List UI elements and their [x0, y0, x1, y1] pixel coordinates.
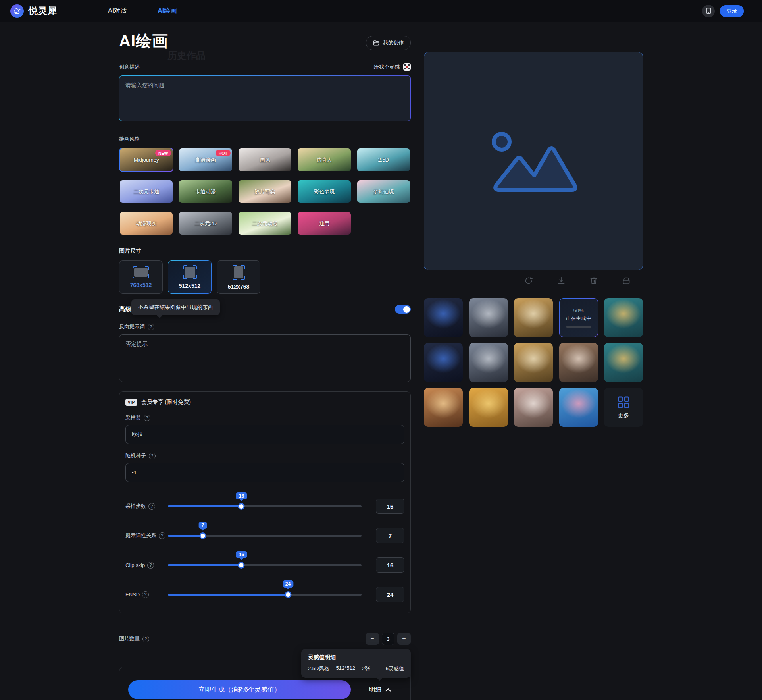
cost-value: 6灵感值: [386, 665, 404, 672]
download-icon[interactable]: [556, 276, 566, 285]
quantity-minus-button[interactable]: −: [366, 633, 379, 645]
folder-icon: [373, 40, 379, 46]
login-button[interactable]: 登录: [720, 5, 744, 17]
seed-label-row: 随机种子 ?: [125, 452, 404, 459]
archive-icon[interactable]: [622, 276, 631, 285]
style-card[interactable]: 二次元2D: [178, 211, 233, 235]
size-option[interactable]: 512x512: [168, 260, 212, 294]
result-thumbnail-cartoon-pink-hair-girl[interactable]: [559, 388, 598, 427]
style-card[interactable]: Midjourney NEW: [119, 148, 173, 172]
help-icon[interactable]: ?: [147, 562, 154, 569]
result-thumbnail-silver-robot-woman[interactable]: [469, 298, 508, 337]
result-thumbnail-golden-dunhuang-dancer-2[interactable]: [604, 343, 643, 382]
mobile-app-button[interactable]: [702, 5, 715, 17]
result-thumbnail-two-girls-laughing[interactable]: [424, 388, 463, 427]
nav-tab-ai-chat[interactable]: AI对话: [108, 7, 127, 15]
help-icon[interactable]: ?: [144, 415, 150, 421]
quantity-plus-button[interactable]: +: [397, 633, 411, 645]
inspire-me-button[interactable]: 给我个灵感: [374, 63, 411, 71]
slider-value-box[interactable]: 7: [376, 528, 404, 543]
slider-track[interactable]: 24: [168, 591, 362, 598]
seed-input[interactable]: -1: [125, 463, 404, 482]
style-card[interactable]: 动漫现实: [119, 211, 173, 235]
style-card[interactable]: 梦幻仙境: [356, 179, 411, 204]
refresh-icon[interactable]: [524, 276, 533, 285]
slider-value-box[interactable]: 24: [376, 587, 404, 602]
sampler-label: 采样器: [125, 414, 141, 421]
slider-label: ENSD: [125, 592, 140, 598]
toggle-knob: [403, 306, 410, 313]
slider-track[interactable]: 16: [168, 561, 362, 569]
slider-list: 采样步数 ? 16 16 提示词性关系 ? 7 7 Clip skip ?: [125, 499, 404, 602]
inspire-label: 给我个灵感: [374, 64, 400, 71]
result-thumbnail-golden-dunhuang-dancer[interactable]: [604, 298, 643, 337]
quantity-row: 图片数量 ? − 3 +: [119, 633, 411, 645]
advanced-row: 高级 不希望在结果图像中出现的东西: [119, 305, 411, 314]
generating-thumbnail[interactable]: 50% 正在生成中: [559, 298, 598, 337]
style-card[interactable]: 高清绘画 HOT: [178, 148, 233, 172]
size-option[interactable]: 768x512: [119, 260, 163, 294]
detail-toggle[interactable]: 明细: [369, 686, 391, 694]
slider-thumb[interactable]: [238, 503, 245, 510]
slider-thumb[interactable]: [238, 562, 245, 569]
help-icon[interactable]: ?: [149, 453, 156, 459]
generating-progress-bar: [566, 326, 591, 328]
style-card-label: 动漫现实: [120, 212, 173, 235]
my-works-button[interactable]: 我的创作: [366, 36, 411, 50]
generate-bar: 灵感值明细 2.5D风格 512*512 2张 6灵感值 立即生成（消耗6个灵感…: [119, 667, 411, 700]
nav-tab-ai-paint[interactable]: AI绘画: [158, 7, 177, 15]
more-results-button[interactable]: 更多: [604, 388, 643, 427]
style-card[interactable]: 国风: [238, 148, 292, 172]
style-card[interactable]: 通用: [297, 211, 351, 235]
prompt-input[interactable]: [119, 75, 411, 121]
result-thumbnail-silver-robot-woman-2[interactable]: [469, 343, 508, 382]
style-card[interactable]: 卡通动漫: [178, 179, 233, 204]
help-icon[interactable]: ?: [148, 324, 154, 330]
slider-row: Clip skip ? 16 16: [125, 557, 404, 573]
help-icon[interactable]: ?: [142, 591, 149, 598]
style-card[interactable]: 胶片写实: [238, 179, 292, 204]
style-card[interactable]: 二次元动漫: [238, 211, 292, 235]
quantity-value[interactable]: 3: [382, 633, 394, 645]
slider-track[interactable]: 16: [168, 503, 362, 510]
delete-icon[interactable]: [589, 276, 598, 285]
history-watermark: 历史作品: [167, 49, 206, 62]
crop-frame-icon: [183, 265, 197, 279]
negative-prompt-input[interactable]: [119, 334, 411, 382]
negative-prompt-label: 反向提示词: [119, 323, 145, 330]
result-thumbnail-girl-with-hair-clip[interactable]: [514, 388, 553, 427]
style-card[interactable]: 二次元卡通: [119, 179, 173, 204]
help-icon[interactable]: ?: [159, 532, 165, 539]
result-thumbnail-panda-reading-book[interactable]: [514, 298, 553, 337]
style-card[interactable]: 彩色梦境: [297, 179, 351, 204]
advanced-toggle[interactable]: [395, 305, 411, 314]
style-card[interactable]: 2.5D: [356, 148, 411, 172]
slider-track[interactable]: 7: [168, 532, 362, 539]
size-option[interactable]: 512x768: [217, 260, 260, 294]
result-thumbnail-cute-golden-puppy[interactable]: [469, 388, 508, 427]
generating-status: 正在生成中: [566, 315, 591, 322]
style-card[interactable]: 仿真人: [297, 148, 351, 172]
slider-label-row: ENSD ?: [125, 591, 168, 598]
help-icon[interactable]: ?: [148, 503, 155, 510]
slider-label-row: 提示词性关系 ?: [125, 532, 168, 539]
generate-button[interactable]: 立即生成（消耗6个灵感值）: [128, 680, 351, 699]
slider-row: ENSD ? 24 24: [125, 587, 404, 602]
help-icon[interactable]: ?: [142, 636, 149, 642]
chevron-up-icon: [385, 688, 391, 692]
size-section-label: 图片尺寸: [119, 247, 411, 255]
slider-row: 提示词性关系 ? 7 7: [125, 528, 404, 543]
result-thumbnail-blue-hair-anime-girl-2[interactable]: [424, 343, 463, 382]
brand-logo[interactable]: 悦灵犀: [10, 4, 57, 18]
negative-prompt-label-row: 反向提示词 ?: [119, 323, 411, 330]
slider-thumb[interactable]: [285, 591, 291, 598]
slider-thumb[interactable]: [199, 532, 206, 539]
result-thumbnail-panda-reading-book-2[interactable]: [514, 343, 553, 382]
style-grid: Midjourney NEW 高清绘画 HOT 国风 仿真人 2.5D 二次元卡…: [119, 148, 411, 235]
negative-prompt-tooltip: 不希望在结果图像中出现的东西: [131, 299, 220, 315]
result-thumbnail-blue-hair-anime-girl[interactable]: [424, 298, 463, 337]
sampler-input[interactable]: 欧拉: [125, 425, 404, 444]
slider-value-box[interactable]: 16: [376, 499, 404, 514]
slider-value-box[interactable]: 16: [376, 557, 404, 573]
result-thumbnail-brown-hair-girl-portrait[interactable]: [559, 343, 598, 382]
